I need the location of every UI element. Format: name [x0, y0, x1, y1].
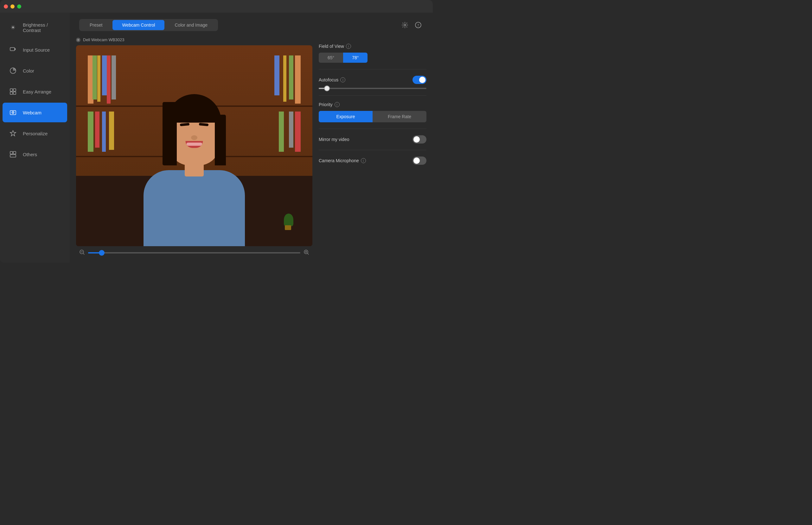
- divider-3: [319, 129, 426, 129]
- priority-framerate-button[interactable]: Frame Rate: [373, 111, 426, 122]
- sidebar-item-webcam-label: Webcam: [23, 110, 42, 115]
- sidebar-item-brightness-contrast[interactable]: ☀ Brightness / Contrast: [2, 16, 67, 39]
- zoom-bar: [76, 249, 312, 256]
- camera-microphone-info-icon[interactable]: i: [361, 158, 366, 163]
- priority-label: Priority i: [319, 102, 426, 107]
- priority-exposure-button[interactable]: Exposure: [319, 111, 373, 122]
- close-button[interactable]: [4, 4, 8, 9]
- webcam-icon: [9, 108, 17, 117]
- camera-status-dot: [76, 38, 80, 42]
- divider-2: [319, 95, 426, 96]
- autofocus-info-icon[interactable]: i: [340, 77, 345, 82]
- svg-rect-4: [10, 92, 13, 94]
- main-layout: ☀ Brightness / Contrast Input Source Col…: [0, 13, 433, 262]
- svg-point-8: [13, 112, 14, 113]
- controls-panel: Field of View i 65° 78° Autofocus i: [319, 38, 426, 256]
- field-of-view-group: Field of View i 65° 78°: [319, 44, 426, 63]
- camera-name: Dell Webcam WB3023: [83, 38, 124, 42]
- svg-marker-9: [10, 131, 16, 136]
- camera-microphone-label: Camera Microphone i: [319, 158, 366, 163]
- svg-line-18: [83, 254, 84, 254]
- priority-buttons: Exposure Frame Rate: [319, 111, 426, 122]
- sidebar-item-brightness-label: Brightness / Contrast: [23, 22, 61, 33]
- sidebar-item-others-label: Others: [23, 152, 37, 157]
- sidebar-item-others[interactable]: Others: [2, 145, 67, 164]
- sidebar-item-color[interactable]: Color: [2, 61, 67, 80]
- sidebar-item-input-source[interactable]: Input Source: [2, 40, 67, 60]
- mirror-video-row: Mirror my video: [319, 135, 426, 144]
- tab-color-image[interactable]: Color and Image: [165, 20, 217, 30]
- autofocus-group: Autofocus i: [319, 76, 426, 89]
- camera-label: Dell Webcam WB3023: [76, 38, 312, 42]
- svg-rect-5: [13, 92, 16, 94]
- svg-point-13: [404, 24, 406, 26]
- personalize-icon: [9, 129, 17, 137]
- svg-rect-0: [10, 47, 15, 51]
- camera-microphone-row: Camera Microphone i: [319, 156, 426, 165]
- autofocus-toggle[interactable]: [412, 76, 426, 84]
- maximize-button[interactable]: [17, 4, 21, 9]
- svg-rect-2: [10, 89, 13, 91]
- field-of-view-info-icon[interactable]: i: [346, 44, 351, 49]
- content-area: Preset Webcam Control Color and Image ?: [70, 13, 433, 262]
- video-panel: Dell Webcam WB3023: [76, 38, 312, 256]
- topbar-actions: ?: [400, 20, 423, 30]
- fov-buttons: 65° 78°: [319, 52, 426, 63]
- fov-65-button[interactable]: 65°: [319, 52, 343, 63]
- sidebar: ☀ Brightness / Contrast Input Source Col…: [0, 13, 70, 262]
- sidebar-item-webcam[interactable]: Webcam: [2, 103, 67, 122]
- zoom-slider[interactable]: [88, 252, 300, 254]
- others-icon: [9, 150, 17, 159]
- video-feed: [76, 45, 312, 246]
- field-of-view-label: Field of View i: [319, 44, 426, 49]
- easy-arrange-icon: [9, 88, 17, 96]
- topbar: Preset Webcam Control Color and Image ?: [70, 13, 433, 38]
- focus-slider[interactable]: [319, 88, 426, 89]
- priority-info-icon[interactable]: i: [334, 102, 340, 107]
- traffic-lights: [4, 4, 21, 9]
- tab-preset[interactable]: Preset: [80, 20, 112, 30]
- fov-78-button[interactable]: 78°: [343, 52, 367, 63]
- svg-rect-11: [13, 151, 16, 154]
- input-source-icon: [9, 46, 17, 54]
- autofocus-row: Autofocus i: [319, 76, 426, 84]
- mirror-video-toggle[interactable]: [412, 135, 426, 144]
- svg-rect-3: [13, 89, 16, 91]
- autofocus-toggle-thumb: [419, 77, 425, 83]
- zoom-in-icon[interactable]: [303, 249, 309, 256]
- sidebar-item-easy-arrange-label: Easy Arrange: [23, 89, 51, 94]
- focus-thumb[interactable]: [324, 86, 330, 91]
- mirror-video-label: Mirror my video: [319, 137, 349, 142]
- svg-line-22: [307, 254, 309, 254]
- minimize-button[interactable]: [11, 4, 15, 9]
- autofocus-label: Autofocus i: [319, 77, 345, 82]
- tabs-container: Preset Webcam Control Color and Image: [79, 19, 218, 31]
- zoom-out-icon[interactable]: [79, 249, 85, 256]
- camera-microphone-toggle-thumb: [413, 158, 420, 164]
- brightness-icon: ☀: [9, 24, 17, 32]
- mirror-video-toggle-thumb: [413, 136, 420, 142]
- divider-1: [319, 69, 426, 70]
- sidebar-item-personalize[interactable]: Personalize: [2, 123, 67, 143]
- sidebar-item-color-label: Color: [23, 68, 34, 74]
- settings-button[interactable]: [400, 20, 410, 30]
- titlebar: [0, 0, 433, 13]
- priority-group: Priority i Exposure Frame Rate: [319, 102, 426, 122]
- svg-text:?: ?: [417, 23, 419, 28]
- sidebar-item-personalize-label: Personalize: [23, 131, 47, 136]
- help-button[interactable]: ?: [413, 20, 423, 30]
- svg-rect-10: [10, 151, 13, 154]
- content-body: Dell Webcam WB3023: [70, 38, 433, 262]
- sidebar-item-input-label: Input Source: [23, 47, 50, 52]
- camera-microphone-toggle[interactable]: [412, 156, 426, 165]
- tab-webcam-control[interactable]: Webcam Control: [112, 20, 164, 30]
- svg-rect-12: [10, 155, 16, 157]
- divider-4: [319, 150, 426, 150]
- color-icon: [9, 66, 17, 75]
- sidebar-item-easy-arrange[interactable]: Easy Arrange: [2, 82, 67, 101]
